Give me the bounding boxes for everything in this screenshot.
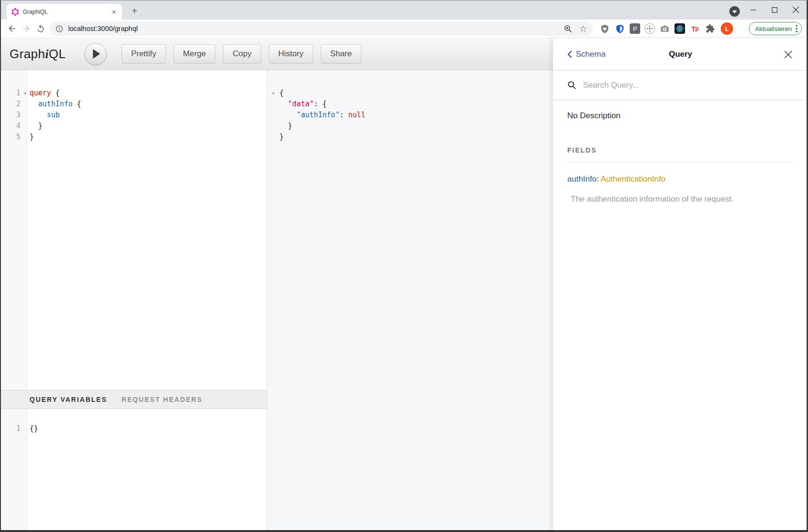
tab-title: GraphiQL xyxy=(23,9,110,15)
fields-heading: FIELDS xyxy=(567,146,794,163)
code-text: { xyxy=(279,88,284,99)
search-icon xyxy=(567,81,576,90)
profile-avatar[interactable]: L xyxy=(721,22,733,35)
code-line: 1{} xyxy=(0,423,267,434)
maximize-button[interactable] xyxy=(764,0,785,20)
code-text: sub xyxy=(30,110,60,121)
share-button[interactable]: Share xyxy=(321,44,361,63)
query-editor[interactable]: 1▾query {2 authInfo {3 sub4 }5} xyxy=(0,70,267,390)
fold-arrow-icon[interactable]: ▾ xyxy=(267,88,279,99)
variables-editor[interactable]: 1{} xyxy=(0,409,267,532)
result-pane: ▾{ "data": { "authInfo": null }} xyxy=(267,70,553,532)
gray-shield-adblock-icon[interactable] xyxy=(599,23,610,34)
kebab-menu-icon[interactable] xyxy=(796,25,798,32)
code-text: "authInfo": null xyxy=(279,110,366,121)
field-row: authInfo: AuthenticationInfo xyxy=(567,174,794,184)
tp-red-icon[interactable]: Tp xyxy=(689,23,700,34)
reload-button[interactable] xyxy=(33,21,48,36)
doc-back-label: Schema xyxy=(576,50,605,59)
graphiql-app: GraphiQL Prettify Merge Copy History Sha… xyxy=(0,38,808,532)
code-line: 5} xyxy=(0,132,267,143)
fold-gutter xyxy=(267,99,279,110)
doc-explorer-header: Query Schema xyxy=(553,38,808,71)
type-description: No Description xyxy=(567,111,794,121)
bookmark-star-icon[interactable]: ☆ xyxy=(579,24,587,33)
forward-button[interactable] xyxy=(19,21,33,36)
close-button[interactable] xyxy=(785,0,807,20)
camera-icon[interactable] xyxy=(659,23,670,34)
new-tab-button[interactable]: + xyxy=(128,5,141,18)
fold-arrow-icon[interactable]: ▾ xyxy=(20,88,30,99)
code-line: 2 authInfo { xyxy=(0,99,267,110)
line-number: 3 xyxy=(0,110,20,121)
minimize-button[interactable] xyxy=(742,0,764,20)
code-text: } xyxy=(30,121,42,132)
browser-titlebar: GraphiQL × + xyxy=(0,0,808,20)
code-text: query { xyxy=(30,88,60,99)
p-badge-icon[interactable]: P xyxy=(630,23,640,34)
merge-button[interactable]: Merge xyxy=(174,44,215,63)
line-number: 5 xyxy=(0,132,20,143)
code-text: authInfo { xyxy=(30,99,81,110)
code-line: 1▾query { xyxy=(0,88,267,99)
tab-close-icon[interactable]: × xyxy=(110,8,118,16)
code-text: } xyxy=(279,132,284,143)
prettify-button[interactable]: Prettify xyxy=(122,44,166,63)
blue-shield-password-icon[interactable] xyxy=(614,23,625,34)
zoom-icon[interactable] xyxy=(563,24,573,33)
address-bar[interactable]: localhost:3000/graphql ☆ xyxy=(50,21,593,36)
field-description: The authentication information of the re… xyxy=(571,194,794,204)
doc-back-link[interactable]: Schema xyxy=(567,50,605,59)
line-number: 1 xyxy=(0,88,20,99)
browser-toolbar: localhost:3000/graphql ☆ P xyxy=(0,20,808,38)
code-text: } xyxy=(279,121,292,132)
close-icon xyxy=(784,51,792,59)
window-controls xyxy=(742,0,807,20)
code-line: "data": { xyxy=(267,99,553,110)
extension-icons: P Tp xyxy=(599,23,716,34)
code-line: ▾{ xyxy=(267,88,553,99)
code-text: } xyxy=(30,132,34,143)
field-name-link[interactable]: authInfo xyxy=(567,174,596,184)
fold-gutter xyxy=(20,423,30,434)
code-text: "data": { xyxy=(279,99,327,110)
line-number: 2 xyxy=(0,99,20,110)
line-number: 4 xyxy=(0,121,20,132)
doc-content: No Description FIELDS authInfo: Authenti… xyxy=(553,111,808,204)
page-info-icon[interactable] xyxy=(55,25,63,33)
tab-request-headers[interactable]: REQUEST HEADERS xyxy=(122,396,203,403)
fold-gutter xyxy=(267,132,279,143)
update-label: Aktualisieren xyxy=(755,25,792,32)
tab-query-variables[interactable]: QUERY VARIABLES xyxy=(30,396,107,403)
query-pane: 1▾query {2 authInfo {3 sub4 }5} QUERY VA… xyxy=(0,70,267,532)
result-viewer-lines: ▾{ "data": { "authInfo": null }} xyxy=(267,70,553,143)
play-icon xyxy=(93,49,100,59)
doc-close-button[interactable] xyxy=(782,49,794,60)
code-line: } xyxy=(267,132,553,143)
code-text: {} xyxy=(30,423,38,434)
graphiql-logo: GraphiQL xyxy=(10,47,66,61)
url-text[interactable]: localhost:3000/graphql xyxy=(68,25,138,32)
query-editor-lines[interactable]: 1▾query {2 authInfo {3 sub4 }5} xyxy=(0,70,267,143)
code-line: } xyxy=(267,121,553,132)
doc-explorer: Query Schema No Description FIELDS xyxy=(553,38,808,532)
copy-button[interactable]: Copy xyxy=(223,44,261,63)
fold-gutter xyxy=(267,121,279,132)
move-crosshair-icon[interactable] xyxy=(644,23,655,34)
puzzle-extensions-icon[interactable] xyxy=(705,23,716,34)
history-button[interactable]: History xyxy=(269,44,313,63)
variables-editor-lines[interactable]: 1{} xyxy=(0,409,267,434)
field-type-link[interactable]: AuthenticationInfo xyxy=(601,174,665,184)
browser-tab[interactable]: GraphiQL × xyxy=(7,4,122,20)
fold-gutter xyxy=(20,99,30,110)
back-button[interactable] xyxy=(5,21,19,36)
field-separator: : xyxy=(596,174,601,184)
update-button[interactable]: Aktualisieren xyxy=(749,22,802,35)
doc-search-row xyxy=(553,71,808,100)
tab-search-button[interactable] xyxy=(729,6,740,17)
fold-gutter xyxy=(267,110,279,121)
doc-search-input[interactable] xyxy=(582,80,782,91)
execute-query-button[interactable] xyxy=(84,43,107,65)
chevron-left-icon xyxy=(567,50,573,59)
react-devtools-icon[interactable] xyxy=(675,23,685,34)
